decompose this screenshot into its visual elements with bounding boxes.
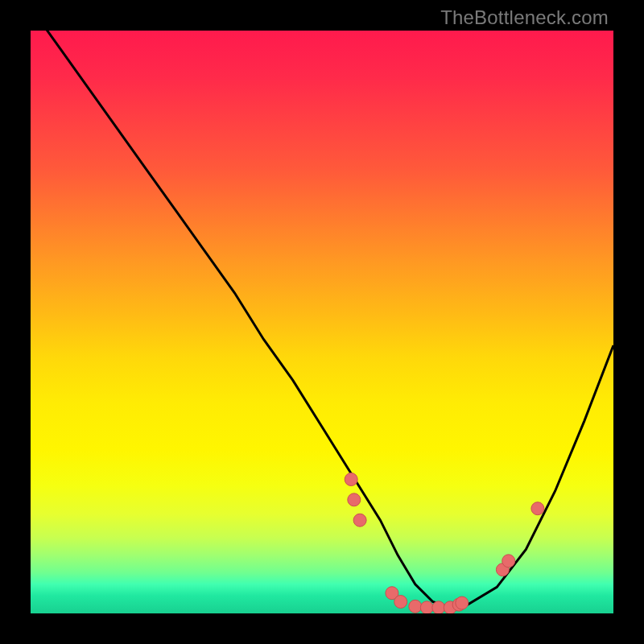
data-dot [348,493,361,506]
data-dot [452,598,465,611]
data-dot [409,600,422,613]
data-dots-group [345,473,544,614]
data-dot [502,555,515,568]
data-dot [386,587,398,600]
data-dot [420,601,433,613]
data-dot [456,597,469,609]
data-dot [444,601,456,613]
data-dot [432,601,445,613]
watermark-text: TheBottleneck.com [440,6,609,29]
data-dot [353,514,366,526]
data-dot [345,473,357,486]
data-dot [531,502,544,515]
data-dot [496,564,509,576]
data-dot [394,596,407,609]
bottleneck-curve-svg [31,31,613,613]
chart-plot-area [31,31,613,613]
bottleneck-curve-path [31,31,613,608]
